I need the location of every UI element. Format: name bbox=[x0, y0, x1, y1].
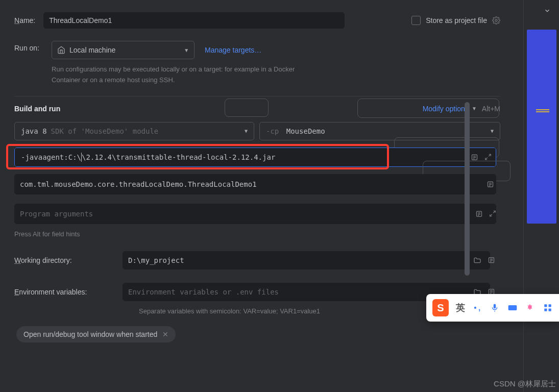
main-class-value: com.tml.mouseDemo.core.threadLocalDemo.T… bbox=[20, 180, 257, 188]
ime-keyboard-icon[interactable] bbox=[507, 302, 518, 313]
working-dir-input[interactable]: D:\my_project bbox=[123, 251, 490, 270]
svg-line-5 bbox=[489, 154, 491, 156]
name-value: ThreadLocalDemo1 bbox=[49, 16, 112, 24]
sdk-select[interactable]: java 8SDK of 'MouseDemo' module ▼ bbox=[14, 122, 254, 140]
editor-sidebar bbox=[523, 0, 559, 392]
ime-skin-icon[interactable] bbox=[525, 302, 535, 313]
chip-label: Open run/debug tool window when started bbox=[23, 330, 157, 338]
history-icon[interactable] bbox=[487, 180, 494, 188]
env-vars-label: Environment variables: bbox=[14, 288, 123, 296]
minimap[interactable] bbox=[527, 30, 556, 224]
chevron-down-icon: ▼ bbox=[245, 128, 248, 134]
history-icon[interactable] bbox=[488, 256, 495, 264]
store-project-label: Store as project file bbox=[426, 16, 487, 24]
run-on-value: Local machine bbox=[69, 46, 115, 54]
gear-icon[interactable] bbox=[492, 16, 500, 24]
close-icon[interactable]: ✕ bbox=[162, 330, 168, 338]
history-icon[interactable] bbox=[475, 210, 483, 217]
svg-rect-28 bbox=[544, 309, 547, 311]
cp-prefix: -cp bbox=[266, 127, 279, 135]
modify-shortcut: Alt+M bbox=[482, 105, 500, 113]
run-on-label: Run on: bbox=[14, 41, 39, 52]
module-value: MouseDemo bbox=[286, 127, 325, 135]
expand-button[interactable] bbox=[539, 3, 556, 18]
watermark: CSDN @林犀居士 bbox=[494, 379, 556, 389]
store-project-checkbox[interactable] bbox=[411, 16, 421, 25]
working-dir-label: Working directory: bbox=[14, 256, 123, 264]
run-on-select[interactable]: Local machine ▼ bbox=[52, 41, 195, 59]
svg-rect-27 bbox=[548, 304, 551, 307]
working-dir-value: D:\my_project bbox=[128, 256, 184, 264]
run-on-hint: Run configurations may be executed local… bbox=[52, 64, 307, 86]
sdk-hint: SDK of 'MouseDemo' module bbox=[51, 127, 159, 135]
manage-targets-link[interactable]: Manage targets… bbox=[205, 46, 261, 54]
name-label: Name: bbox=[14, 16, 35, 24]
svg-line-15 bbox=[493, 211, 495, 213]
field-hints: Press Alt for field hints bbox=[14, 230, 500, 238]
vm-post: \2.12.4\transmittable-thread-local-2.12.… bbox=[82, 153, 275, 161]
folder-icon[interactable] bbox=[473, 256, 481, 264]
open-tool-window-chip[interactable]: Open run/debug tool window when started … bbox=[16, 326, 176, 342]
expand-icon[interactable] bbox=[489, 210, 496, 217]
chevron-down-icon: ▼ bbox=[491, 128, 494, 134]
ime-lang[interactable]: 英 bbox=[456, 302, 465, 314]
vm-options-input[interactable]: -javaagent:C:\\2.12.4\transmittable-thre… bbox=[15, 148, 496, 166]
svg-rect-25 bbox=[508, 305, 517, 310]
ime-mic-icon[interactable] bbox=[490, 302, 500, 313]
home-icon bbox=[57, 46, 65, 54]
modify-options-label: Modify options bbox=[423, 105, 469, 113]
scrollbar[interactable] bbox=[465, 102, 470, 368]
svg-rect-26 bbox=[544, 304, 547, 307]
program-args-input[interactable]: Program arguments bbox=[14, 204, 496, 224]
ime-toolbar[interactable]: S 英 • , bbox=[426, 294, 559, 322]
history-icon[interactable] bbox=[471, 153, 478, 161]
vm-pre: -javaagent:C:\ bbox=[21, 153, 81, 161]
sogou-icon[interactable]: S bbox=[432, 299, 449, 316]
svg-rect-29 bbox=[548, 309, 551, 311]
svg-line-6 bbox=[485, 157, 488, 159]
ime-grid-icon[interactable] bbox=[543, 302, 553, 313]
env-vars-placeholder: Environment variables or .env files bbox=[128, 288, 279, 296]
svg-line-16 bbox=[490, 214, 492, 216]
expand-icon[interactable] bbox=[484, 153, 492, 161]
program-args-placeholder: Program arguments bbox=[20, 210, 93, 218]
svg-point-0 bbox=[495, 19, 497, 21]
chevron-down-icon: ▼ bbox=[472, 106, 477, 111]
separator bbox=[14, 96, 500, 96]
sdk-value: java 8 bbox=[21, 127, 47, 135]
main-class-input[interactable]: com.tml.mouseDemo.core.threadLocalDemo.T… bbox=[14, 174, 496, 194]
name-input[interactable]: ThreadLocalDemo1 bbox=[43, 12, 345, 29]
chevron-down-icon: ▼ bbox=[184, 47, 189, 53]
ime-punct-icon[interactable]: • , bbox=[472, 302, 482, 313]
scrollbar-thumb[interactable] bbox=[465, 102, 470, 276]
build-run-title: Build and run bbox=[14, 105, 60, 113]
